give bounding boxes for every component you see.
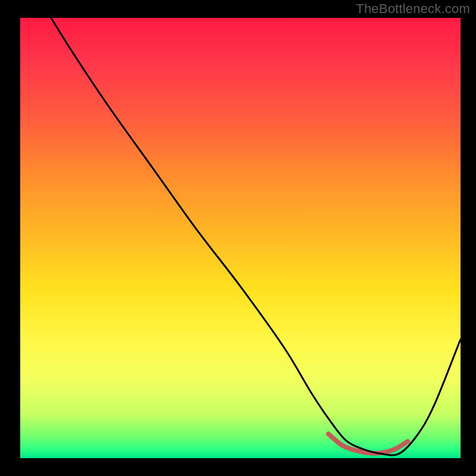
watermark-text: TheBottleneck.com xyxy=(356,1,470,17)
curve-layer xyxy=(20,18,461,458)
plot-area xyxy=(20,18,461,458)
primary-curve-path xyxy=(51,18,461,455)
chart-frame: TheBottleneck.com xyxy=(0,0,476,476)
